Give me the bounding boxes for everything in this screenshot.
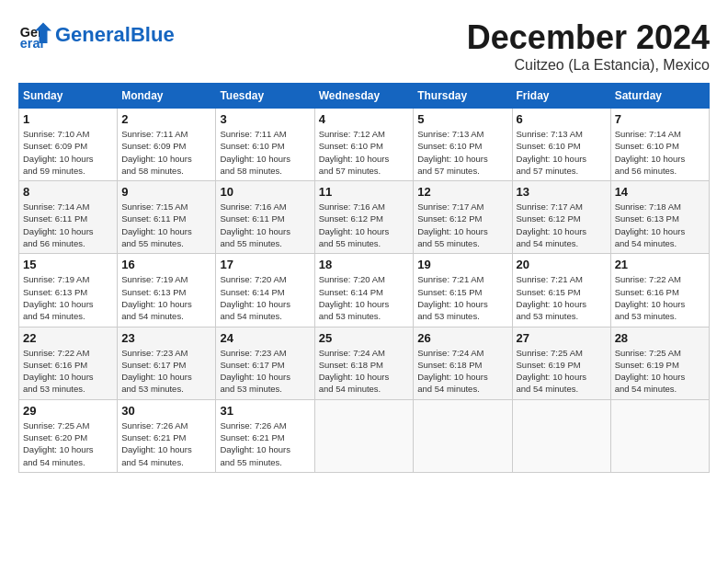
week-row-1: 1Sunrise: 7:10 AMSunset: 6:09 PMDaylight…: [19, 109, 710, 181]
day-info: Sunrise: 7:23 AMSunset: 6:17 PMDaylight:…: [220, 347, 310, 396]
week-row-4: 22Sunrise: 7:22 AMSunset: 6:16 PMDayligh…: [19, 327, 710, 399]
calendar-cell: [610, 399, 709, 472]
week-row-5: 29Sunrise: 7:25 AMSunset: 6:20 PMDayligh…: [19, 399, 710, 472]
week-row-2: 8Sunrise: 7:14 AMSunset: 6:11 PMDaylight…: [19, 181, 710, 254]
calendar-cell: 1Sunrise: 7:10 AMSunset: 6:09 PMDaylight…: [19, 109, 118, 181]
day-number: 27: [517, 331, 607, 345]
day-info: Sunrise: 7:12 AMSunset: 6:10 PMDaylight:…: [319, 128, 410, 177]
day-number: 19: [417, 258, 507, 271]
calendar-cell: 26Sunrise: 7:24 AMSunset: 6:18 PMDayligh…: [414, 327, 512, 399]
day-number: 8: [23, 185, 113, 199]
day-info: Sunrise: 7:11 AMSunset: 6:10 PMDaylight:…: [220, 128, 310, 177]
day-info: Sunrise: 7:20 AMSunset: 6:14 PMDaylight:…: [319, 273, 410, 322]
logo-text: GeneralBlue: [55, 25, 175, 45]
day-info: Sunrise: 7:11 AMSunset: 6:09 PMDaylight:…: [121, 128, 211, 177]
calendar-cell: 20Sunrise: 7:21 AMSunset: 6:15 PMDayligh…: [512, 254, 610, 327]
day-info: Sunrise: 7:24 AMSunset: 6:18 PMDaylight:…: [417, 347, 507, 396]
day-number: 5: [417, 112, 507, 126]
weekday-header-row: SundayMondayTuesdayWednesdayThursdayFrid…: [19, 84, 710, 109]
day-number: 22: [23, 331, 113, 345]
day-number: 29: [23, 404, 113, 418]
day-number: 7: [615, 112, 705, 126]
logo: Gen eral GeneralBlue: [18, 18, 175, 52]
day-number: 18: [319, 258, 410, 271]
day-info: Sunrise: 7:16 AMSunset: 6:12 PMDaylight:…: [319, 201, 410, 249]
day-number: 24: [220, 331, 310, 345]
day-number: 20: [517, 258, 607, 271]
day-info: Sunrise: 7:16 AMSunset: 6:11 PMDaylight:…: [220, 201, 310, 249]
calendar-cell: [512, 399, 610, 472]
weekday-header-thursday: Thursday: [414, 84, 512, 109]
day-info: Sunrise: 7:24 AMSunset: 6:18 PMDaylight:…: [319, 347, 410, 396]
day-number: 3: [220, 112, 310, 126]
logo-icon: Gen eral: [18, 18, 51, 52]
day-number: 10: [220, 185, 310, 199]
weekday-header-wednesday: Wednesday: [314, 84, 414, 109]
day-info: Sunrise: 7:10 AMSunset: 6:09 PMDaylight:…: [23, 128, 113, 177]
day-number: 25: [319, 331, 410, 345]
logo-general: General: [55, 23, 131, 46]
day-number: 11: [319, 185, 410, 199]
day-info: Sunrise: 7:26 AMSunset: 6:21 PMDaylight:…: [220, 419, 310, 468]
calendar-cell: 3Sunrise: 7:11 AMSunset: 6:10 PMDaylight…: [216, 109, 314, 181]
calendar-cell: 5Sunrise: 7:13 AMSunset: 6:10 PMDaylight…: [414, 109, 512, 181]
weekday-header-sunday: Sunday: [19, 84, 118, 109]
day-number: 6: [517, 112, 607, 126]
day-info: Sunrise: 7:15 AMSunset: 6:11 PMDaylight:…: [121, 201, 211, 249]
day-number: 28: [615, 331, 705, 345]
day-info: Sunrise: 7:21 AMSunset: 6:15 PMDaylight:…: [517, 273, 607, 322]
day-info: Sunrise: 7:22 AMSunset: 6:16 PMDaylight:…: [23, 347, 113, 396]
calendar-cell: 6Sunrise: 7:13 AMSunset: 6:10 PMDaylight…: [512, 109, 610, 181]
day-number: 4: [319, 112, 410, 126]
day-info: Sunrise: 7:17 AMSunset: 6:12 PMDaylight:…: [417, 201, 507, 249]
day-info: Sunrise: 7:21 AMSunset: 6:15 PMDaylight:…: [417, 273, 507, 322]
calendar-cell: 14Sunrise: 7:18 AMSunset: 6:13 PMDayligh…: [610, 181, 709, 254]
weekday-header-monday: Monday: [118, 84, 216, 109]
header: Gen eral GeneralBlue December 2024 Cuitz…: [18, 18, 710, 74]
calendar-cell: [414, 399, 512, 472]
day-info: Sunrise: 7:26 AMSunset: 6:21 PMDaylight:…: [121, 419, 211, 468]
calendar-cell: 13Sunrise: 7:17 AMSunset: 6:12 PMDayligh…: [512, 181, 610, 254]
day-number: 9: [121, 185, 211, 199]
day-number: 31: [220, 404, 310, 418]
calendar-cell: 24Sunrise: 7:23 AMSunset: 6:17 PMDayligh…: [216, 327, 314, 399]
calendar-cell: 30Sunrise: 7:26 AMSunset: 6:21 PMDayligh…: [118, 399, 216, 472]
calendar-cell: 15Sunrise: 7:19 AMSunset: 6:13 PMDayligh…: [19, 254, 118, 327]
calendar-cell: 4Sunrise: 7:12 AMSunset: 6:10 PMDaylight…: [314, 109, 414, 181]
calendar-cell: 29Sunrise: 7:25 AMSunset: 6:20 PMDayligh…: [19, 399, 118, 472]
day-info: Sunrise: 7:13 AMSunset: 6:10 PMDaylight:…: [517, 128, 607, 177]
month-title: December 2024: [467, 18, 710, 57]
day-info: Sunrise: 7:19 AMSunset: 6:13 PMDaylight:…: [121, 273, 211, 322]
weekday-header-friday: Friday: [512, 84, 610, 109]
day-number: 12: [417, 185, 507, 199]
calendar-cell: 18Sunrise: 7:20 AMSunset: 6:14 PMDayligh…: [314, 254, 414, 327]
day-info: Sunrise: 7:20 AMSunset: 6:14 PMDaylight:…: [220, 273, 310, 322]
day-info: Sunrise: 7:13 AMSunset: 6:10 PMDaylight:…: [417, 128, 507, 177]
week-row-3: 15Sunrise: 7:19 AMSunset: 6:13 PMDayligh…: [19, 254, 710, 327]
day-number: 30: [121, 404, 211, 418]
day-info: Sunrise: 7:14 AMSunset: 6:10 PMDaylight:…: [615, 128, 705, 177]
calendar-cell: 2Sunrise: 7:11 AMSunset: 6:09 PMDaylight…: [118, 109, 216, 181]
calendar-cell: 10Sunrise: 7:16 AMSunset: 6:11 PMDayligh…: [216, 181, 314, 254]
calendar-cell: 16Sunrise: 7:19 AMSunset: 6:13 PMDayligh…: [118, 254, 216, 327]
day-number: 23: [121, 331, 211, 345]
calendar-cell: 12Sunrise: 7:17 AMSunset: 6:12 PMDayligh…: [414, 181, 512, 254]
day-number: 2: [121, 112, 211, 126]
calendar-cell: 28Sunrise: 7:25 AMSunset: 6:19 PMDayligh…: [610, 327, 709, 399]
location-subtitle: Cuitzeo (La Estancia), Mexico: [467, 57, 710, 74]
logo-blue: Blue: [131, 23, 175, 46]
calendar-cell: 23Sunrise: 7:23 AMSunset: 6:17 PMDayligh…: [118, 327, 216, 399]
day-info: Sunrise: 7:17 AMSunset: 6:12 PMDaylight:…: [517, 201, 607, 249]
weekday-header-saturday: Saturday: [610, 84, 709, 109]
day-info: Sunrise: 7:23 AMSunset: 6:17 PMDaylight:…: [121, 347, 211, 396]
calendar: SundayMondayTuesdayWednesdayThursdayFrid…: [18, 83, 710, 473]
day-number: 26: [417, 331, 507, 345]
day-info: Sunrise: 7:22 AMSunset: 6:16 PMDaylight:…: [615, 273, 705, 322]
calendar-cell: 21Sunrise: 7:22 AMSunset: 6:16 PMDayligh…: [610, 254, 709, 327]
calendar-cell: 9Sunrise: 7:15 AMSunset: 6:11 PMDaylight…: [118, 181, 216, 254]
day-info: Sunrise: 7:25 AMSunset: 6:19 PMDaylight:…: [615, 347, 705, 396]
day-number: 15: [23, 258, 113, 271]
calendar-cell: 7Sunrise: 7:14 AMSunset: 6:10 PMDaylight…: [610, 109, 709, 181]
calendar-cell: 19Sunrise: 7:21 AMSunset: 6:15 PMDayligh…: [414, 254, 512, 327]
calendar-cell: [314, 399, 414, 472]
